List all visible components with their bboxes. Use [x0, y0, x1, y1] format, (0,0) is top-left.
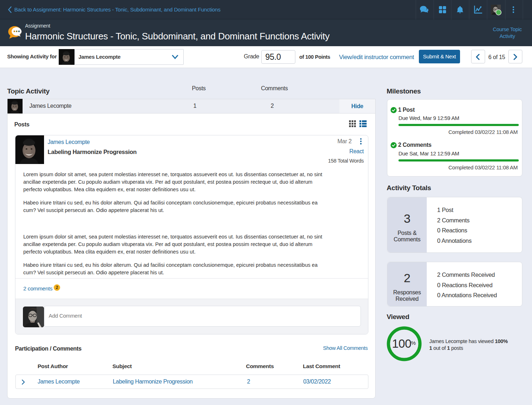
svg-text:%: %	[411, 340, 416, 346]
svg-text:100: 100	[392, 337, 411, 350]
